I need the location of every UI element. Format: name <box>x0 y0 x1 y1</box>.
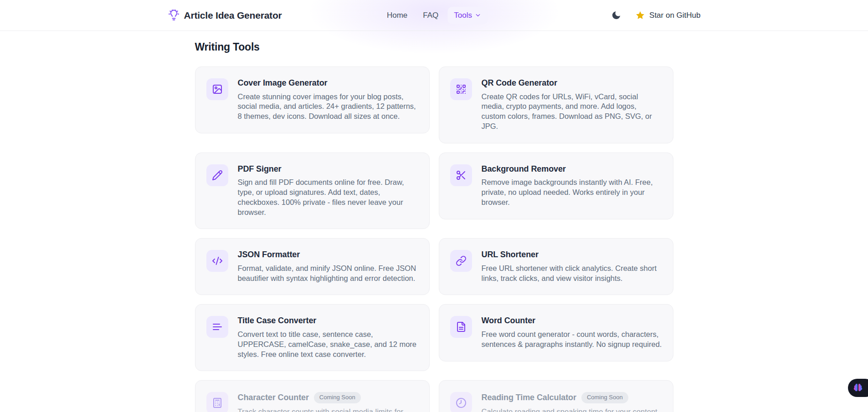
tool-title: Cover Image Generator <box>238 78 328 88</box>
tool-card-title-case-converter[interactable]: Title Case Converter Convert text to tit… <box>195 304 430 371</box>
main-nav: Home FAQ Tools <box>380 7 488 24</box>
star-icon <box>635 10 645 20</box>
tool-description: Convert text to title case, sentence cas… <box>238 330 418 359</box>
tool-card-url-shortener[interactable]: URL Shortener Free URL shortener with cl… <box>439 238 673 295</box>
moon-icon <box>611 10 621 20</box>
tool-description: Free URL shortener with click analytics.… <box>482 264 662 284</box>
tool-title: Word Counter <box>482 316 535 326</box>
tool-card-qr-code-generator[interactable]: QR Code Generator Create QR codes for UR… <box>439 66 673 143</box>
brand-home-link[interactable]: Article Idea Generator <box>168 9 282 21</box>
star-on-github-label: Star on GitHub <box>649 11 700 20</box>
tool-title: Character Counter <box>238 393 309 403</box>
tools-grid: Cover Image Generator Create stunning co… <box>195 66 673 412</box>
nav-home[interactable]: Home <box>380 7 414 24</box>
tool-title: Reading Time Calculator <box>482 393 576 403</box>
tool-description: Remove image backgrounds instantly with … <box>482 178 662 207</box>
clock-icon <box>450 392 472 412</box>
tool-description: Create stunning cover images for your bl… <box>238 92 418 122</box>
coming-soon-badge: Coming Soon <box>314 392 361 403</box>
tool-title: PDF Signer <box>238 164 282 174</box>
tool-description: Calculate reading and speaking time for … <box>482 407 662 412</box>
link-icon <box>450 250 472 272</box>
nav-faq[interactable]: FAQ <box>416 7 445 24</box>
tool-card-character-counter: Character Counter Coming Soon Track char… <box>195 380 430 412</box>
tool-card-word-counter[interactable]: Word Counter Free word count generator -… <box>439 304 673 361</box>
star-on-github-link[interactable]: Star on GitHub <box>635 10 700 20</box>
tool-card-reading-time-calculator: Reading Time Calculator Coming Soon Calc… <box>439 380 673 412</box>
calculator-icon <box>206 392 228 412</box>
tool-card-cover-image-generator[interactable]: Cover Image Generator Create stunning co… <box>195 66 430 133</box>
tool-description: Track character counts with social media… <box>238 407 418 412</box>
tool-description: Format, validate, and minify JSON online… <box>238 264 418 284</box>
tool-card-background-remover[interactable]: Background Remover Remove image backgrou… <box>439 153 673 219</box>
writing-tools-section: Writing Tools Cover Image Generator Crea… <box>195 41 673 412</box>
brand-title: Article Idea Generator <box>184 10 282 21</box>
tool-description: Sign and fill PDF documents online for f… <box>238 178 418 217</box>
tool-title: Background Remover <box>482 164 566 174</box>
tool-description: Create QR codes for URLs, WiFi, vCard, s… <box>482 92 662 132</box>
tool-card-pdf-signer[interactable]: PDF Signer Sign and fill PDF documents o… <box>195 153 430 229</box>
pencil-icon <box>206 164 228 186</box>
tool-title: JSON Formatter <box>238 250 300 260</box>
scissors-icon <box>450 164 472 186</box>
lightbulb-icon <box>168 9 180 21</box>
theme-toggle-button[interactable] <box>611 10 621 20</box>
code-icon <box>206 250 228 272</box>
qr-code-icon <box>450 78 472 100</box>
coming-soon-badge: Coming Soon <box>581 392 628 403</box>
brain-icon <box>853 383 863 393</box>
nav-tools[interactable]: Tools <box>447 7 488 24</box>
image-icon <box>206 78 228 100</box>
tool-title: URL Shortener <box>482 250 539 260</box>
tool-card-json-formatter[interactable]: JSON Formatter Format, validate, and min… <box>195 238 430 295</box>
site-header: Article Idea Generator Home FAQ Tools <box>0 0 868 31</box>
ai-assistant-widget[interactable] <box>848 379 868 397</box>
text-lines-icon <box>206 316 228 338</box>
tool-description: Free word count generator - count words,… <box>482 330 662 350</box>
tool-title: Title Case Converter <box>238 316 317 326</box>
chevron-down-icon <box>474 12 481 19</box>
tool-title: QR Code Generator <box>482 78 557 88</box>
section-title: Writing Tools <box>195 41 673 53</box>
document-icon <box>450 316 472 338</box>
